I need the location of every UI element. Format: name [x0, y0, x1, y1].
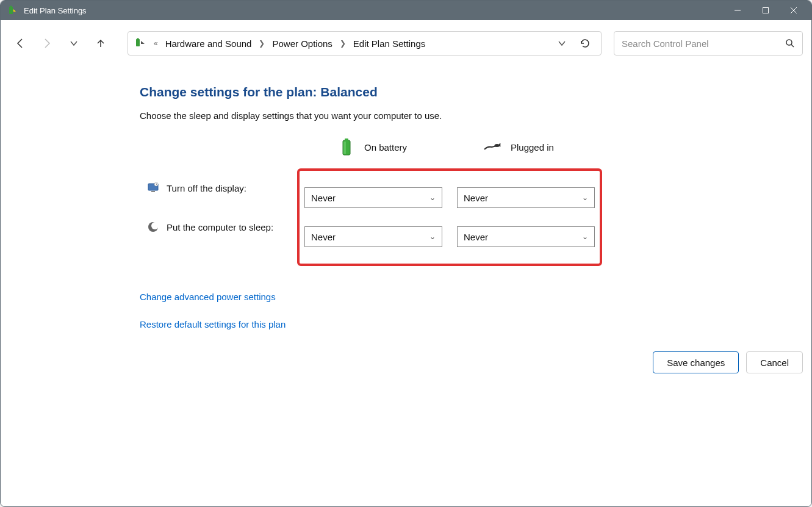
display-battery-select[interactable]: Never ⌄: [304, 187, 442, 208]
forward-button[interactable]: [36, 32, 58, 54]
row-turn-off-display: Turn off the display: Never ⌄ Never ⌄: [304, 178, 595, 217]
back-button[interactable]: [9, 32, 31, 54]
chevron-right-icon: ❯: [340, 39, 346, 48]
chevron-down-icon: ⌄: [582, 232, 588, 241]
column-label-plugged: Plugged in: [511, 142, 554, 153]
svg-rect-1: [10, 6, 12, 7]
page-title: Change settings for the plan: Balanced: [140, 85, 811, 99]
column-on-battery: On battery: [337, 138, 484, 156]
window: Edit Plan Settings: [0, 0, 812, 507]
power-plan-icon: [7, 5, 18, 16]
chevron-right-icon: ❯: [259, 39, 265, 48]
svg-rect-15: [151, 191, 155, 192]
chevron-down-icon: ⌄: [429, 193, 436, 202]
battery-icon: [337, 138, 356, 156]
column-plugged-in: Plugged in: [484, 138, 635, 156]
titlebar: Edit Plan Settings: [1, 1, 811, 20]
plug-icon: [484, 138, 502, 156]
row-label-display: Turn off the display:: [147, 182, 300, 194]
search-box[interactable]: [614, 31, 803, 56]
svg-rect-6: [136, 39, 140, 46]
search-input[interactable]: [622, 38, 785, 49]
settings-highlight-box: Turn off the display: Never ⌄ Never ⌄: [297, 168, 602, 266]
columns-header: On battery Plugged in: [140, 138, 811, 156]
select-value: Never: [464, 232, 488, 242]
sleep-plugged-select[interactable]: Never ⌄: [457, 226, 595, 247]
svg-line-9: [791, 45, 794, 47]
row-label-text: Turn off the display:: [167, 183, 246, 193]
svg-rect-7: [137, 38, 139, 40]
recent-locations-button[interactable]: [63, 32, 85, 54]
breadcrumb-power-options[interactable]: Power Options: [268, 36, 336, 51]
display-plugged-select[interactable]: Never ⌄: [457, 187, 595, 208]
content-area: Change settings for the plan: Balanced C…: [1, 67, 811, 506]
svg-rect-0: [9, 7, 13, 14]
breadcrumb-edit-plan-settings[interactable]: Edit Plan Settings: [350, 36, 429, 51]
column-label-battery: On battery: [364, 142, 407, 153]
minimize-button[interactable]: [724, 1, 752, 20]
select-value: Never: [311, 193, 336, 203]
page-subtitle: Choose the sleep and display settings th…: [140, 110, 811, 121]
address-history-button[interactable]: [553, 39, 570, 48]
save-button[interactable]: Save changes: [653, 351, 739, 373]
links-section: Change advanced power settings Restore d…: [140, 292, 811, 329]
search-icon[interactable]: [785, 38, 795, 48]
breadcrumb-overflow-icon[interactable]: «: [154, 39, 158, 48]
moon-icon: [147, 221, 159, 233]
up-button[interactable]: [90, 32, 112, 54]
svg-rect-3: [763, 8, 769, 13]
refresh-button[interactable]: [574, 38, 596, 49]
advanced-power-settings-link[interactable]: Change advanced power settings: [140, 292, 811, 302]
cancel-button[interactable]: Cancel: [746, 351, 803, 373]
breadcrumb-hardware-sound[interactable]: Hardware and Sound: [162, 36, 256, 51]
monitor-icon: [147, 182, 159, 194]
row-label-sleep: Put the computer to sleep:: [147, 221, 300, 233]
window-controls: [724, 1, 808, 20]
select-value: Never: [311, 232, 336, 242]
svg-rect-12: [343, 142, 346, 154]
address-bar[interactable]: « Hardware and Sound ❯ Power Options ❯ E…: [128, 31, 602, 56]
chevron-down-icon: ⌄: [429, 232, 436, 241]
footer-buttons: Save changes Cancel: [653, 351, 803, 373]
window-title: Edit Plan Settings: [24, 6, 724, 15]
svg-point-8: [786, 40, 792, 45]
maximize-button[interactable]: [752, 1, 780, 20]
row-label-text: Put the computer to sleep:: [167, 222, 273, 232]
toolbar: « Hardware and Sound ❯ Power Options ❯ E…: [1, 20, 811, 67]
svg-point-18: [151, 222, 159, 229]
select-value: Never: [464, 193, 488, 203]
svg-rect-11: [345, 138, 348, 141]
breadcrumb: Hardware and Sound ❯ Power Options ❯ Edi…: [162, 36, 429, 51]
close-button[interactable]: [780, 1, 808, 20]
control-panel-icon: [133, 36, 148, 51]
svg-point-13: [495, 144, 500, 147]
row-sleep: Put the computer to sleep: Never ⌄ Never…: [304, 217, 595, 256]
restore-defaults-link[interactable]: Restore default settings for this plan: [140, 319, 811, 329]
sleep-battery-select[interactable]: Never ⌄: [304, 226, 442, 247]
chevron-down-icon: ⌄: [582, 193, 588, 202]
